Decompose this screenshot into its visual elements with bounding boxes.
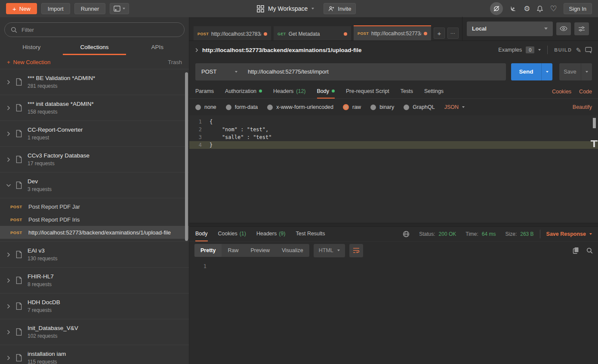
view-preview[interactable]: Preview (244, 244, 275, 257)
import-button[interactable]: Import (41, 3, 70, 14)
comment-icon[interactable] (585, 47, 592, 53)
chevron-right-icon[interactable] (195, 48, 198, 52)
bodytype-raw[interactable]: raw (343, 104, 361, 110)
new-button[interactable]: + New (6, 3, 37, 14)
collection-row-dev[interactable]: Dev3 requests (0, 172, 189, 198)
tab-tests[interactable]: Tests (401, 84, 413, 99)
response-tab-body[interactable]: Body (195, 227, 208, 241)
url-input[interactable] (244, 68, 506, 75)
view-raw[interactable]: Raw (222, 244, 244, 257)
globe-icon[interactable] (403, 231, 410, 238)
line-number: 2 (189, 126, 210, 133)
chevron-right-icon (4, 80, 13, 85)
collection-name: EAI v3 (28, 247, 57, 254)
response-format-select[interactable]: HTML (314, 244, 345, 257)
tab-apis[interactable]: APIs (126, 40, 189, 55)
view-pretty[interactable]: Pretty (194, 244, 222, 257)
runner-button[interactable]: Runner (74, 3, 106, 14)
unsaved-dot (344, 32, 347, 36)
open-tab[interactable]: GET Get Metadata (274, 26, 351, 40)
invite-button[interactable]: Invite (324, 3, 356, 14)
tab-collections[interactable]: Collections (63, 40, 126, 55)
pencil-icon[interactable]: ✎ (576, 47, 581, 53)
collection-row[interactable]: HDH DocDB7 requests (0, 293, 189, 319)
collection-row[interactable]: *** BE Validation *ADMIN*281 requests (0, 69, 189, 95)
capture-requests-button[interactable] (509, 5, 517, 12)
bodytype-urlencoded-label: x-www-form-urlencoded (276, 104, 333, 110)
divider (547, 46, 548, 54)
chevron-down-icon (337, 250, 340, 251)
bodytype-graphql[interactable]: GraphQL (404, 104, 435, 110)
collection-row[interactable]: installation iam115 requests (0, 345, 189, 364)
response-tab-test-results[interactable]: Test Results (296, 227, 325, 241)
environment-settings-button[interactable] (574, 22, 589, 35)
save-button[interactable]: Save (559, 63, 581, 80)
radio-icon (404, 105, 409, 110)
request-item[interactable]: POST Post Report PDF Jar (0, 200, 189, 213)
workspace-grid-icon (257, 5, 264, 12)
tab-history[interactable]: History (0, 40, 63, 55)
environment-select[interactable]: Local (467, 22, 553, 36)
save-response-button[interactable]: Save Response (546, 231, 592, 237)
collection-row[interactable]: FHIR-HL78 requests (0, 267, 189, 293)
language-select[interactable]: JSON (444, 104, 465, 110)
collection-row[interactable]: EAI v3130 requests (0, 241, 189, 267)
response-body[interactable]: 1 (189, 259, 598, 364)
send-options-button[interactable] (541, 63, 552, 80)
tab-headers[interactable]: Headers(12) (273, 84, 305, 99)
beautify-link[interactable]: Beautify (573, 104, 592, 110)
examples-dropdown[interactable]: Examples (498, 47, 522, 53)
sidebar-scrollbar[interactable] (185, 72, 188, 241)
body-editor[interactable]: 1 { 2 "nom" : "test", 3 "salle" : "test"… (189, 115, 598, 223)
bodytype-none[interactable]: none (195, 104, 216, 110)
collection-row[interactable]: *** init database *ADMIN*158 requests (0, 95, 189, 120)
bodytype-form-data[interactable]: form-data (226, 104, 258, 110)
filter-box[interactable] (4, 22, 185, 37)
response-tab-cookies[interactable]: Cookies(1) (218, 227, 246, 241)
title-right-group: Examples 0 BUILD ✎ (498, 46, 592, 54)
tab-authorization[interactable]: Authorization (225, 84, 262, 99)
bodytype-urlencoded[interactable]: x-www-form-urlencoded (267, 104, 333, 110)
sync-off-button[interactable] (490, 2, 503, 15)
trash-button[interactable]: Trash (168, 59, 182, 65)
save-options-button[interactable] (581, 63, 592, 80)
collection-texts: EAI v3130 requests (28, 247, 57, 262)
bodytype-binary[interactable]: binary (370, 104, 394, 110)
settings-button[interactable]: ⚙ (524, 5, 530, 12)
tab-prerequest-script[interactable]: Pre-request Script (346, 84, 389, 99)
chevron-down-icon (546, 71, 549, 73)
notifications-button[interactable] (536, 5, 543, 12)
send-button[interactable]: Send (511, 63, 541, 80)
open-tab-active[interactable]: POST http://localhost:52773/... (354, 25, 431, 40)
tab-label: http://localhost:52773/... (371, 31, 421, 37)
tab-settings[interactable]: Settings (424, 84, 444, 99)
method-select[interactable]: POST (195, 63, 244, 80)
new-tab-button[interactable]: + (434, 28, 445, 39)
filter-input[interactable] (22, 27, 178, 33)
copy-icon[interactable] (573, 247, 579, 254)
tab-body[interactable]: Body (317, 84, 335, 99)
cookies-link[interactable]: Cookies (552, 89, 571, 95)
tab-params[interactable]: Params (195, 84, 214, 99)
collection-row[interactable]: CCv3 Factory Database17 requests (0, 146, 189, 172)
new-window-button[interactable] (110, 3, 129, 14)
code-link[interactable]: Code (579, 89, 592, 95)
open-tab[interactable]: POST http://localhost:32783/... (194, 26, 271, 40)
new-collection-button[interactable]: + New Collection (7, 59, 50, 65)
environment-preview-button[interactable] (556, 22, 571, 35)
collection-row[interactable]: CC-Report-Converter1 request (0, 120, 189, 146)
pane-splitter[interactable] (189, 223, 598, 227)
request-item[interactable]: POST Post Report PDF Iris (0, 213, 189, 226)
workspace-switcher[interactable]: My Workspace (257, 5, 314, 12)
view-visualize[interactable]: Visualize (276, 244, 309, 257)
sign-in-button[interactable]: Sign In (564, 3, 592, 14)
wrap-text-button[interactable] (349, 244, 363, 257)
more-tabs-button[interactable]: ⋯ (447, 28, 459, 39)
editor-scrollbar[interactable] (593, 118, 596, 128)
collection-row[interactable]: Init_Database_V&V102 requests (0, 319, 189, 345)
search-icon[interactable] (586, 247, 593, 254)
collections-list: *** BE Validation *ADMIN*281 requests **… (0, 69, 189, 364)
request-item-selected[interactable]: POST http://localhost:52773/backend/exam… (0, 226, 189, 239)
favorites-button[interactable]: ♡ (550, 5, 557, 12)
response-tab-headers[interactable]: Headers(9) (256, 227, 286, 241)
